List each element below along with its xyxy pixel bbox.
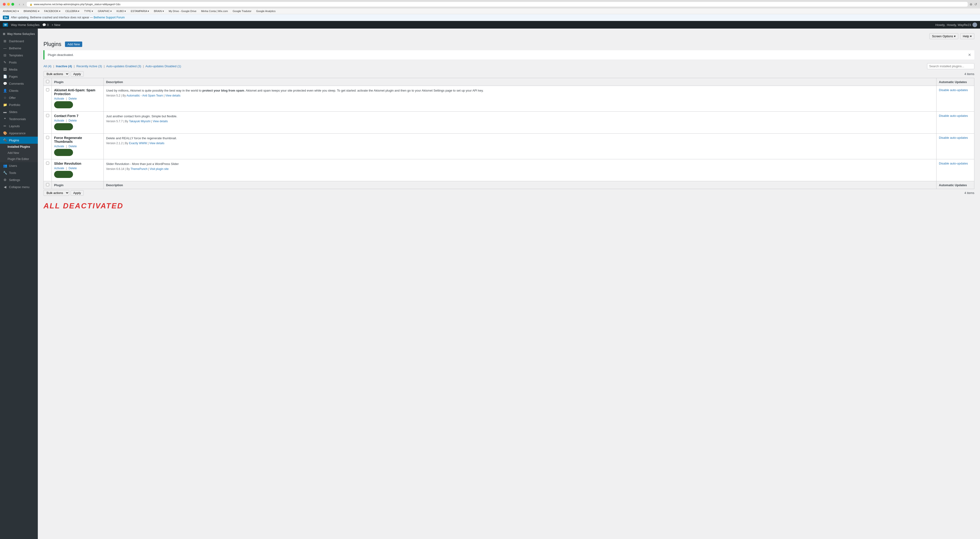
filter-inactive[interactable]: Inactive (4) [56, 64, 72, 68]
sidebar-item-posts[interactable]: ✎ Posts [0, 59, 38, 66]
author-link-cf7[interactable]: Takayuki Miyoshi [129, 120, 151, 123]
sidebar-item-clients[interactable]: 👤 Clients [0, 87, 38, 94]
extensions-icon[interactable]: ⊕ [970, 2, 972, 6]
select-all-checkbox[interactable] [46, 80, 49, 83]
view-details-frt[interactable]: View details [149, 142, 164, 145]
col-header-auto-updates: Automatic Updates [937, 78, 974, 86]
toolbar-kubo[interactable]: KUBO ▾ [116, 9, 127, 13]
sidebar-item-settings[interactable]: ⚙ Settings [0, 176, 38, 183]
submenu-installed-plugins[interactable]: Installed Plugins [0, 144, 38, 150]
activate-contact-form-7[interactable]: Activate [54, 119, 64, 122]
sidebar-item-offer[interactable]: ☆ Offer [0, 94, 38, 101]
visit-site-sr[interactable]: Visit plugin site [150, 167, 169, 171]
plugin-checkbox-contact-form-7[interactable] [46, 114, 49, 117]
pages-icon: 📄 [3, 75, 7, 78]
select-all-checkbox-bottom[interactable] [46, 183, 49, 186]
sidebar-item-templates[interactable]: ⊟ Templates [0, 52, 38, 59]
author-link-sr[interactable]: ThemePunch [130, 167, 148, 171]
toolbar-facebook[interactable]: FACEBOOK ▾ [43, 9, 62, 13]
toolbar-branding[interactable]: BRANDING ▾ [23, 9, 40, 13]
notif-link[interactable]: Betheme Support Forum [94, 16, 124, 19]
help-button[interactable]: Help ▾ [960, 33, 974, 39]
sidebar-item-appearance[interactable]: 🎨 Appearance [0, 130, 38, 136]
sidebar-item-layouts[interactable]: ✏ Layouts [0, 122, 38, 130]
toolbar-analytics[interactable]: Google Analytics [255, 9, 277, 13]
user-avatar[interactable] [972, 22, 977, 27]
sidebar-wp-icon: ⊞ [3, 32, 5, 36]
plugin-checkbox-akismet[interactable] [46, 88, 49, 91]
add-new-button[interactable]: Add New [65, 41, 82, 47]
sidebar-item-plugins[interactable]: 🔌 Plugins [0, 136, 38, 144]
back-button[interactable]: ‹ [18, 2, 21, 6]
bulk-apply-button-top[interactable]: Apply [71, 71, 84, 77]
sidebar-item-users[interactable]: 👥 Users [0, 162, 38, 169]
toolbar-wix[interactable]: Minha Conta | Wix.com [200, 9, 229, 13]
minimize-button[interactable] [7, 3, 10, 6]
bulk-apply-button-bottom[interactable]: Apply [71, 190, 84, 196]
plugin-checkbox-force-regenerate-thumbnails[interactable] [46, 136, 49, 139]
notice-close-button[interactable]: ✕ [968, 52, 971, 57]
plugin-auto-update-cell-contact-form-7: Disable auto-updates [937, 112, 974, 133]
delete-akismet[interactable]: Delete [68, 97, 77, 100]
topbar-site-name[interactable]: Way Home Soluções [11, 23, 40, 27]
filter-links: All (4) | Inactive (4) | Recently Active… [43, 64, 181, 68]
filter-all[interactable]: All (4) [43, 64, 51, 68]
address-bar[interactable]: 🔒 www.wayhome.net.br/wp-admin/plugins.ph… [27, 2, 968, 6]
view-details-cf7[interactable]: View details [153, 120, 168, 123]
bulk-actions-select-top[interactable]: Bulk actions [43, 71, 69, 77]
auto-update-slider-revolution[interactable]: Disable auto-updates [939, 162, 968, 165]
reload-icon[interactable]: ↺ [974, 2, 977, 6]
sidebar-item-pages[interactable]: 📄 Pages [0, 73, 38, 80]
sidebar-item-media[interactable]: 🖼 Media [0, 66, 38, 73]
filter-recently-active[interactable]: Recently Active (3) [76, 64, 102, 68]
submenu-add-new[interactable]: Add New [0, 150, 38, 156]
toolbar-drive[interactable]: My Drive - Google Drive [168, 9, 197, 13]
auto-update-akismet[interactable]: Disable auto-updates [939, 88, 968, 92]
sidebar-item-comments[interactable]: 💬 Comments [0, 80, 38, 87]
toolbar-tradutor[interactable]: Google Tradutor [232, 9, 253, 13]
submenu-plugin-file-editor[interactable]: Plugin File Editor [0, 156, 38, 162]
forward-button[interactable]: › [22, 2, 25, 6]
admin-topbar: W Way Home Soluções 💬 0 + New Howdy, How… [0, 21, 980, 29]
activate-akismet[interactable]: Activate [54, 97, 64, 100]
nav-controls[interactable]: ‹ › [18, 2, 25, 6]
sidebar-item-tools[interactable]: 🔧 Tools [0, 169, 38, 176]
delete-slider-revolution[interactable]: Delete [68, 166, 77, 170]
auto-update-force-regenerate-thumbnails[interactable]: Disable auto-updates [939, 136, 968, 140]
filter-auto-updates-enabled[interactable]: Auto-updates Enabled (3) [106, 64, 141, 68]
plugin-desc-akismet: Used by millions, Akismet is quite possi… [106, 88, 934, 93]
toolbar-estamparia[interactable]: ESTAMPARIA ▾ [130, 9, 150, 13]
screen-options-button[interactable]: Screen Options ▾ [929, 33, 958, 39]
delete-contact-form-7[interactable]: Delete [68, 119, 77, 122]
sidebar-item-dashboard[interactable]: ⊞ Dashboard [0, 38, 38, 44]
sidebar-item-collapse[interactable]: ◀ Collapse menu [0, 183, 38, 190]
toolbar-animacao[interactable]: ANIMACAO ▾ [2, 9, 20, 13]
view-details-akismet[interactable]: View details [165, 94, 180, 97]
plugin-checkbox-slider-revolution[interactable] [46, 162, 49, 165]
close-button[interactable] [3, 3, 6, 6]
search-plugins-input[interactable] [927, 63, 974, 69]
filter-auto-updates-disabled[interactable]: Auto-updates Disabled (1) [146, 64, 181, 68]
maximize-button[interactable] [11, 3, 14, 6]
auto-update-contact-form-7[interactable]: Disable auto-updates [939, 114, 968, 117]
sidebar-item-portfolio[interactable]: 📁 Portfolio [0, 101, 38, 108]
toolbar-type[interactable]: TYPE ▾ [83, 9, 94, 13]
bulk-actions-select-bottom[interactable]: Bulk actions [43, 190, 69, 196]
page-title: Plugins [43, 41, 61, 48]
author-link-frt[interactable]: Exactly WWW [129, 142, 147, 145]
sidebar-logo: ⊞ Way Home Soluções [0, 30, 38, 38]
sidebar-item-slides[interactable]: ▬ Slides [0, 108, 38, 116]
topbar-comments[interactable]: 💬 0 [42, 23, 49, 27]
author-link-akismet[interactable]: Automattic - Anti Spam Team [127, 94, 163, 97]
sidebar-item-testimonials[interactable]: ❝ Testimonials [0, 116, 38, 122]
main-content: Screen Options ▾ Help ▾ Plugins Add New … [38, 29, 980, 539]
toolbar-graphic[interactable]: GRAPHIC ▾ [97, 9, 113, 13]
activate-slider-revolution[interactable]: Activate [54, 166, 64, 170]
delete-force-regenerate-thumbnails[interactable]: Delete [68, 145, 77, 148]
plugin-actions-slider-revolution: Activate | Delete [54, 166, 101, 170]
activate-force-regenerate-thumbnails[interactable]: Activate [54, 145, 64, 148]
topbar-new[interactable]: + New [51, 23, 60, 27]
toolbar-celebra[interactable]: CELEBRA ▾ [64, 9, 80, 13]
sidebar-item-betheme[interactable]: — Betheme [0, 44, 38, 52]
toolbar-brain[interactable]: BRAIN ▾ [153, 9, 165, 13]
